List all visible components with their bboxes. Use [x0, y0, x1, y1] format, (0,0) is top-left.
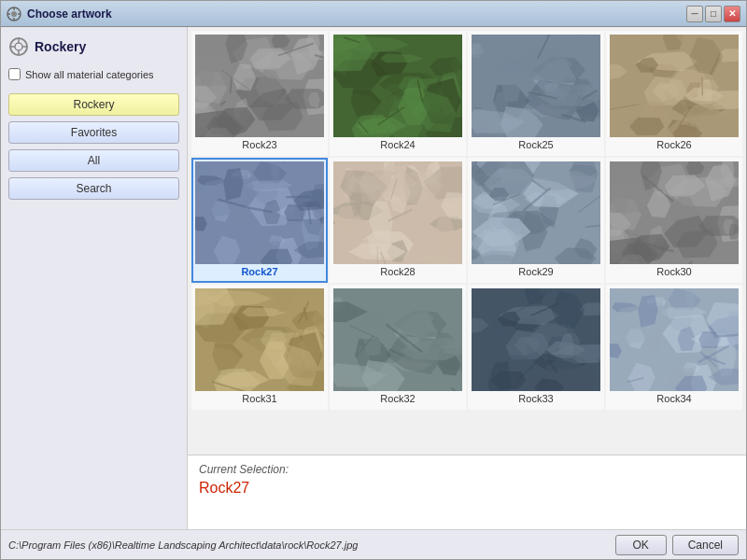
grid-item-rock30[interactable]: Rock30 — [606, 158, 742, 283]
grid-item-label: Rock27 — [241, 264, 277, 279]
grid-item-rock23[interactable]: Rock23 — [191, 31, 328, 156]
grid-item-rock26[interactable]: Rock26 — [606, 31, 742, 156]
rock-texture-rock23 — [195, 35, 324, 137]
grid-item-rock32[interactable]: Rock32 — [330, 285, 466, 410]
show-all-row[interactable]: Show all material categories — [8, 68, 179, 80]
window-title: Choose artwork — [27, 7, 112, 21]
grid-item-label: Rock32 — [380, 391, 415, 406]
grid-item-rock27[interactable]: Rock27 — [191, 158, 328, 283]
bottom-bar: C:\Program Files (x86)\Realtime Landscap… — [1, 529, 746, 559]
grid-item-label: Rock33 — [518, 391, 553, 406]
grid-item-rock31[interactable]: Rock31 — [191, 285, 328, 410]
title-bar: Choose artwork ─ □ ✕ — [1, 1, 746, 27]
svg-line-45 — [231, 78, 232, 93]
current-selection-label: Current Selection: — [199, 463, 735, 476]
svg-point-1 — [11, 11, 17, 17]
file-path: C:\Program Files (x86)\Realtime Landscap… — [8, 539, 358, 551]
svg-point-7 — [15, 43, 22, 50]
grid-item-label: Rock23 — [242, 137, 276, 152]
category-header: Rockery — [8, 36, 179, 57]
favorites-button[interactable]: Favorites — [8, 121, 179, 144]
show-all-label: Show all material categories — [25, 69, 154, 80]
grid-item-rock29[interactable]: Rock29 — [468, 158, 604, 283]
svg-line-152 — [702, 77, 703, 96]
current-selection-area: Current Selection: Rock27 — [188, 455, 746, 529]
rockery-button[interactable]: Rockery — [8, 93, 179, 116]
main-window: Choose artwork ─ □ ✕ Rockery — [0, 0, 747, 560]
rock-texture-rock28 — [333, 161, 462, 264]
window-icon — [7, 7, 21, 21]
grid-item-rock25[interactable]: Rock25 — [468, 31, 604, 156]
grid-item-label: Rock34 — [656, 391, 691, 406]
search-button[interactable]: Search — [8, 177, 179, 200]
rock-texture-rock27 — [195, 161, 324, 264]
grid-item-rock28[interactable]: Rock28 — [330, 158, 466, 283]
rock-texture-rock31 — [195, 288, 324, 391]
grid-area[interactable]: Rock23Rock24Rock25Rock26Rock27Rock28Rock… — [188, 27, 746, 455]
cancel-button[interactable]: Cancel — [672, 535, 739, 555]
show-all-checkbox[interactable] — [8, 68, 21, 80]
rock-texture-rock29 — [472, 161, 600, 264]
close-button[interactable]: ✕ — [724, 6, 740, 22]
grid-item-label: Rock29 — [518, 264, 553, 279]
rock-texture-rock25 — [472, 35, 600, 137]
rock-texture-rock32 — [333, 288, 462, 391]
maximize-button[interactable]: □ — [705, 6, 722, 22]
grid-item-rock33[interactable]: Rock33 — [468, 285, 604, 410]
grid-item-rock34[interactable]: Rock34 — [606, 285, 742, 410]
title-buttons: ─ □ ✕ — [686, 6, 740, 22]
grid-item-label: Rock24 — [380, 137, 415, 152]
grid-item-label: Rock25 — [518, 137, 553, 152]
title-bar-left: Choose artwork — [7, 7, 112, 21]
rock-texture-rock30 — [610, 161, 739, 264]
category-icon — [8, 36, 29, 57]
grid-container: Rock23Rock24Rock25Rock26Rock27Rock28Rock… — [191, 31, 742, 410]
content-area: Rockery Show all material categories Roc… — [1, 27, 746, 529]
rock-texture-rock34 — [610, 288, 739, 391]
rock-texture-rock26 — [610, 35, 739, 137]
category-title: Rockery — [35, 39, 86, 54]
rock-texture-rock24 — [333, 35, 462, 137]
rock-texture-rock33 — [472, 288, 600, 391]
main-panel: Rock23Rock24Rock25Rock26Rock27Rock28Rock… — [188, 27, 746, 529]
sidebar: Rockery Show all material categories Roc… — [1, 27, 188, 529]
minimize-button[interactable]: ─ — [686, 6, 703, 22]
grid-item-label: Rock26 — [656, 137, 691, 152]
grid-item-label: Rock31 — [242, 391, 276, 406]
grid-item-rock24[interactable]: Rock24 — [330, 31, 466, 156]
bottom-buttons: OK Cancel — [615, 535, 739, 555]
all-button[interactable]: All — [8, 149, 179, 172]
current-selection-value: Rock27 — [199, 480, 735, 497]
grid-item-label: Rock30 — [656, 264, 691, 279]
grid-item-label: Rock28 — [380, 264, 415, 279]
ok-button[interactable]: OK — [615, 535, 667, 555]
